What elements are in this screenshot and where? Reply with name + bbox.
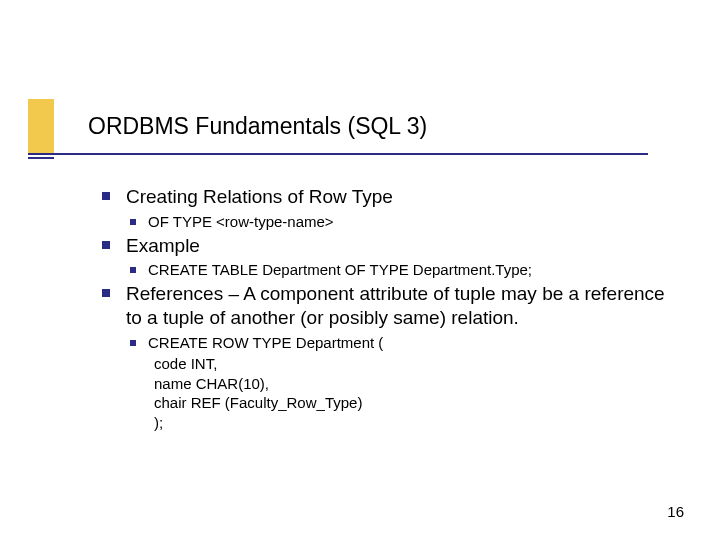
bullet-level1: Example	[100, 234, 670, 258]
bullet-level2: CREATE TABLE Department OF TYPE Departme…	[128, 261, 670, 280]
bullet-text: Creating Relations of Row Type	[126, 186, 393, 207]
slide: ORDBMS Fundamentals (SQL 3) Creating Rel…	[0, 0, 720, 540]
title-underline-short	[28, 157, 54, 159]
bullet-level2: OF TYPE <row-type-name>	[128, 213, 670, 232]
slide-title: ORDBMS Fundamentals (SQL 3)	[88, 113, 427, 140]
title-underline	[28, 153, 648, 155]
code-line: chair REF (Faculty_Row_Type)	[154, 393, 670, 413]
bullet-text: Example	[126, 235, 200, 256]
code-line: );	[154, 413, 670, 433]
slide-content: Creating Relations of Row Type OF TYPE <…	[100, 185, 670, 432]
bullet-level1: Creating Relations of Row Type	[100, 185, 670, 209]
code-line: code INT,	[154, 354, 670, 374]
bullet-text: CREATE ROW TYPE Department (	[148, 334, 383, 351]
bullet-text: CREATE TABLE Department OF TYPE Departme…	[148, 261, 532, 278]
page-number: 16	[667, 503, 684, 520]
bullet-level1: References – A component attribute of tu…	[100, 282, 670, 330]
code-line: name CHAR(10),	[154, 374, 670, 394]
bullet-text: OF TYPE <row-type-name>	[148, 213, 334, 230]
bullet-level2: CREATE ROW TYPE Department (	[128, 334, 670, 353]
accent-box	[28, 99, 54, 153]
bullet-text: References – A component attribute of tu…	[126, 283, 665, 328]
